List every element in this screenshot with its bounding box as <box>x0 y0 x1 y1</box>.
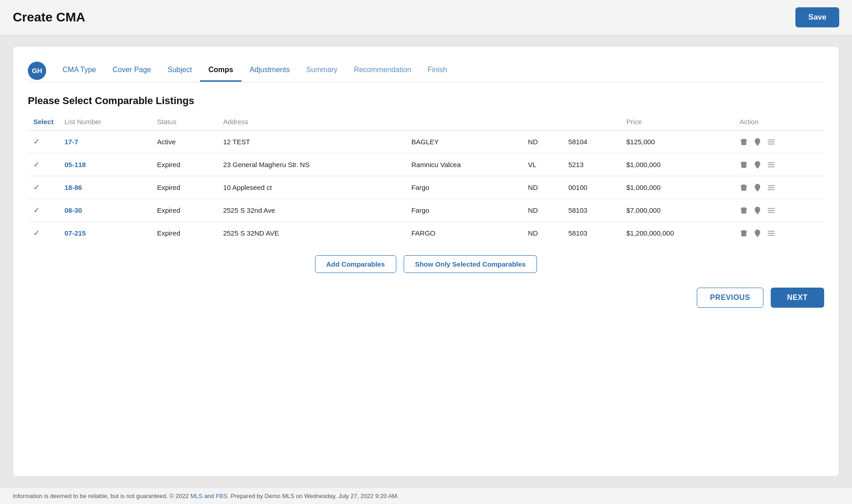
row-state: ND <box>522 176 563 199</box>
menu-icon[interactable] <box>767 229 775 237</box>
row-address1: 2525 S 32ND AVE <box>218 222 406 245</box>
table-row: ✓05-118Expired23 General Magheru Str. NS… <box>28 153 824 176</box>
col-action: Action <box>734 115 824 131</box>
save-button[interactable]: Save <box>795 7 839 27</box>
tab-cma-type[interactable]: CMA Type <box>54 59 105 82</box>
table-row: ✓07-215Expired2525 S 32ND AVEFARGOND5810… <box>28 222 824 245</box>
table-row: ✓08-30Expired2525 S 32nd AveFargoND58103… <box>28 199 824 222</box>
row-zip: 5213 <box>563 153 621 176</box>
row-status: Expired <box>152 222 218 245</box>
row-status: Active <box>152 131 218 153</box>
delete-icon[interactable] <box>740 206 748 215</box>
bottom-buttons: Add Comparables Show Only Selected Compa… <box>28 255 824 273</box>
tab-finish[interactable]: Finish <box>420 59 456 82</box>
row-status: Expired <box>152 199 218 222</box>
section-title: Please Select Comparable Listings <box>28 95 824 107</box>
delete-icon[interactable] <box>740 138 748 146</box>
row-checkbox[interactable]: ✓ <box>28 199 59 222</box>
row-checkbox[interactable]: ✓ <box>28 176 59 199</box>
col-address: Address <box>218 115 621 131</box>
row-list-number[interactable]: 08-30 <box>59 199 152 222</box>
row-price: $125,000 <box>621 131 734 153</box>
row-price: $1,000,000 <box>621 153 734 176</box>
checkmark-icon: ✓ <box>33 183 40 192</box>
tab-cover-page[interactable]: Cover Page <box>105 59 160 82</box>
row-actions <box>734 222 824 245</box>
row-checkbox[interactable]: ✓ <box>28 222 59 245</box>
footer-fbs-link[interactable]: FBS <box>216 493 227 499</box>
row-actions <box>734 131 824 153</box>
tab-recommendation[interactable]: Recommendation <box>346 59 419 82</box>
delete-icon[interactable] <box>740 184 748 192</box>
table-row: ✓18-86Expired10 Appleseed ctFargoND00100… <box>28 176 824 199</box>
svg-point-12 <box>757 208 758 210</box>
row-price: $1,000,000 <box>621 176 734 199</box>
svg-point-0 <box>757 140 758 142</box>
location-icon[interactable] <box>753 229 762 237</box>
row-list-number[interactable]: 07-215 <box>59 222 152 245</box>
col-list-number: List Number <box>59 115 152 131</box>
footer-text-middle: and <box>203 493 216 499</box>
row-address1: 12 TEST <box>218 131 406 153</box>
delete-icon[interactable] <box>740 229 748 237</box>
row-status: Expired <box>152 153 218 176</box>
row-address2: Fargo <box>406 176 522 199</box>
svg-point-16 <box>757 231 758 233</box>
page-title: Create CMA <box>13 10 85 25</box>
col-select: Select <box>28 115 59 131</box>
location-icon[interactable] <box>753 206 762 215</box>
row-list-number[interactable]: 17-7 <box>59 131 152 153</box>
checkmark-icon: ✓ <box>33 229 40 237</box>
row-list-number[interactable]: 18-86 <box>59 176 152 199</box>
tab-comps[interactable]: Comps <box>200 59 241 82</box>
col-status: Status <box>152 115 218 131</box>
row-zip: 00100 <box>563 176 621 199</box>
menu-icon[interactable] <box>767 184 775 192</box>
menu-icon[interactable] <box>767 138 775 146</box>
footer-text-before: Information is deemed to be reliable, bu… <box>13 493 190 499</box>
footer-mls-link[interactable]: MLS <box>190 493 203 499</box>
row-price: $1,200,000,000 <box>621 222 734 245</box>
row-status: Expired <box>152 176 218 199</box>
row-actions <box>734 199 824 222</box>
checkmark-icon: ✓ <box>33 160 40 169</box>
next-button[interactable]: NEXT <box>771 288 824 308</box>
row-price: $7,000,000 <box>621 199 734 222</box>
svg-point-4 <box>757 163 758 164</box>
menu-icon[interactable] <box>767 206 775 215</box>
row-address2: Fargo <box>406 199 522 222</box>
row-checkbox[interactable]: ✓ <box>28 131 59 153</box>
top-bar: Create CMA Save <box>0 0 852 35</box>
menu-icon[interactable] <box>767 161 775 169</box>
row-actions <box>734 153 824 176</box>
show-only-selected-button[interactable]: Show Only Selected Comparables <box>404 255 537 273</box>
row-state: ND <box>522 199 563 222</box>
add-comparables-button[interactable]: Add Comparables <box>315 255 396 273</box>
tab-adjustments[interactable]: Adjustments <box>242 59 298 82</box>
row-address2: FARGO <box>406 222 522 245</box>
row-address1: 10 Appleseed ct <box>218 176 406 199</box>
tab-summary[interactable]: Summary <box>298 59 346 82</box>
row-address1: 2525 S 32nd Ave <box>218 199 406 222</box>
delete-icon[interactable] <box>740 161 748 169</box>
row-zip: 58103 <box>563 199 621 222</box>
col-price: Price <box>621 115 734 131</box>
nav-bottom: PREVIOUS NEXT <box>28 288 824 308</box>
location-icon[interactable] <box>753 161 762 169</box>
svg-point-8 <box>757 185 758 187</box>
footer: Information is deemed to be reliable, bu… <box>0 488 852 504</box>
row-actions <box>734 176 824 199</box>
row-address1: 23 General Magheru Str. NS <box>218 153 406 176</box>
row-state: ND <box>522 222 563 245</box>
location-icon[interactable] <box>753 184 762 192</box>
wizard-nav: GH CMA Type Cover Page Subject Comps Adj… <box>28 59 824 82</box>
table-row: ✓17-7Active12 TESTBAGLEYND58104$125,000 <box>28 131 824 153</box>
row-list-number[interactable]: 05-118 <box>59 153 152 176</box>
previous-button[interactable]: PREVIOUS <box>697 288 763 308</box>
row-address2: BAGLEY <box>406 131 522 153</box>
row-checkbox[interactable]: ✓ <box>28 153 59 176</box>
comparables-table: Select List Number Status Address Price … <box>28 115 824 244</box>
tab-subject[interactable]: Subject <box>159 59 200 82</box>
row-address2: Ramnicu Valcea <box>406 153 522 176</box>
location-icon[interactable] <box>753 138 762 146</box>
